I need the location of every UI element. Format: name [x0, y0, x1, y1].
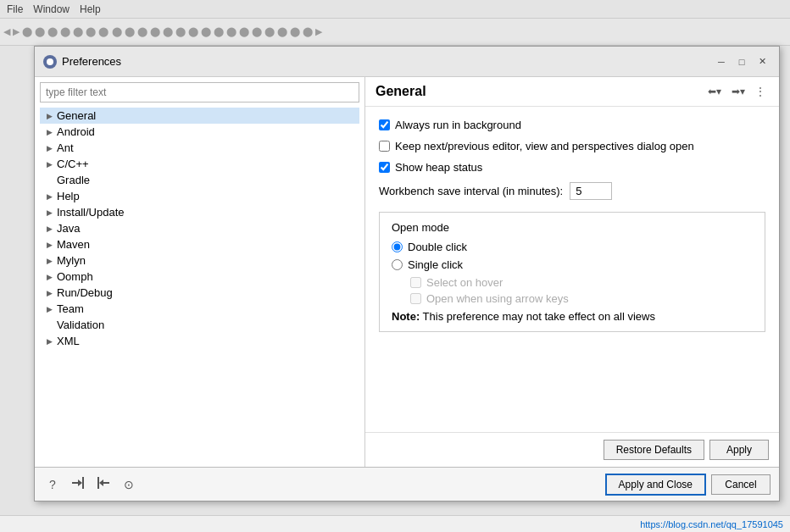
keep-editor-checkbox[interactable]: [379, 141, 390, 152]
import-button[interactable]: [69, 475, 87, 494]
open-arrow-text: Open when using arrow keys: [426, 292, 569, 305]
svg-marker-5: [99, 479, 103, 486]
tree-item-maven[interactable]: ▶ Maven: [40, 236, 359, 252]
single-click-label[interactable]: Single click: [392, 258, 753, 271]
apply-button[interactable]: Apply: [709, 440, 769, 460]
tree-arrow-ant: ▶: [43, 142, 55, 154]
content-nav: ⬅▾ ➡▾ ⋮: [704, 84, 769, 99]
open-arrow-label[interactable]: Open when using arrow keys: [410, 292, 753, 305]
heap-status-label[interactable]: Show heap status: [379, 161, 482, 174]
manage-icon: ⊙: [124, 478, 134, 491]
titlebar-left: Preferences: [43, 55, 121, 69]
tree-item-validation[interactable]: ▶ Validation: [40, 317, 359, 333]
tree-label-oomph: Oomph: [57, 270, 93, 283]
tree-arrow-help: ▶: [43, 191, 55, 202]
always-run-checkbox[interactable]: [379, 119, 390, 130]
nav-forward-button[interactable]: ➡▾: [728, 84, 748, 99]
tree-label-mylyn: Mylyn: [57, 254, 86, 267]
double-click-radio[interactable]: [392, 241, 403, 252]
tree-arrow-android: ▶: [43, 126, 55, 138]
tree-label-help: Help: [57, 190, 80, 202]
nav-back-button[interactable]: ⬅▾: [704, 84, 725, 99]
note-text: Note: This preference may not take effec…: [392, 310, 753, 323]
help-icon-button[interactable]: ?: [43, 475, 62, 494]
bottom-icons: ?: [43, 475, 138, 494]
preferences-dialog: Preferences ─ □ ✕ ▶ General ▶: [34, 46, 780, 502]
dialog-title: Preferences: [62, 55, 121, 68]
tree-item-mylyn[interactable]: ▶ Mylyn: [40, 252, 359, 269]
tree-item-gradle[interactable]: ▶ Gradle: [40, 172, 359, 188]
tree-item-xml[interactable]: ▶ XML: [40, 333, 359, 349]
open-mode-title: Open mode: [392, 221, 753, 234]
nav-menu-button[interactable]: ⋮: [752, 84, 769, 99]
heap-status-row: Show heap status: [379, 161, 765, 174]
tree-item-cpp[interactable]: ▶ C/C++: [40, 156, 359, 172]
tree-label-team: Team: [57, 302, 84, 315]
tree-label-xml: XML: [57, 335, 80, 347]
open-mode-section: Open mode Double click Single click: [379, 212, 765, 332]
workbench-interval-label: Workbench save interval (in minutes):: [379, 185, 563, 197]
keep-editor-row: Keep next/previous editor, view and pers…: [379, 140, 765, 152]
select-hover-text: Select on hover: [426, 276, 503, 289]
tree-label-install: Install/Update: [57, 206, 125, 219]
filter-input[interactable]: [40, 82, 359, 103]
tree-list: ▶ General ▶ Android ▶ Ant ▶ C/C++: [40, 108, 359, 462]
import-icon: [70, 475, 86, 493]
content-footer: Restore Defaults Apply: [365, 432, 779, 467]
tree-arrow-cpp: ▶: [43, 158, 55, 170]
manage-button[interactable]: ⊙: [120, 475, 138, 494]
always-run-text: Always run in background: [395, 119, 521, 131]
tree-item-android[interactable]: ▶ Android: [40, 124, 359, 140]
tree-label-android: Android: [57, 125, 95, 138]
double-click-text: Double click: [408, 241, 467, 253]
status-url: https://blog.csdn.net/qq_17591045: [640, 519, 783, 529]
note-bold: Note:: [392, 310, 420, 323]
tree-item-oomph[interactable]: ▶ Oomph: [40, 269, 359, 285]
tree-item-ant[interactable]: ▶ Ant: [40, 140, 359, 156]
status-bar: https://blog.csdn.net/qq_17591045: [0, 515, 790, 532]
tree-arrow-java: ▶: [43, 223, 55, 235]
select-hover-checkbox[interactable]: [410, 277, 421, 288]
cancel-button[interactable]: Cancel: [711, 474, 771, 495]
bottom-right: Apply and Close Cancel: [605, 474, 771, 496]
dialog-bottom: ?: [35, 467, 779, 501]
always-run-row: Always run in background: [379, 119, 765, 131]
tree-item-team[interactable]: ▶ Team: [40, 301, 359, 317]
minimize-button[interactable]: ─: [713, 53, 730, 70]
workbench-interval-input[interactable]: [570, 182, 612, 200]
always-run-label[interactable]: Always run in background: [379, 119, 521, 131]
tree-label-general: General: [57, 109, 96, 122]
tree-label-ant: Ant: [57, 141, 74, 154]
keep-editor-text: Keep next/previous editor, view and pers…: [395, 140, 694, 152]
export-icon: [96, 475, 111, 493]
open-arrow-checkbox[interactable]: [410, 293, 421, 304]
tree-arrow-general: ▶: [43, 110, 55, 122]
heap-status-text: Show heap status: [395, 161, 482, 174]
export-button[interactable]: [94, 475, 113, 494]
tree-label-cpp: C/C++: [57, 158, 89, 170]
tree-panel: ▶ General ▶ Android ▶ Ant ▶ C/C++: [35, 77, 365, 467]
tree-item-install-update[interactable]: ▶ Install/Update: [40, 204, 359, 220]
tree-item-help[interactable]: ▶ Help: [40, 188, 359, 204]
tree-item-java[interactable]: ▶ Java: [40, 220, 359, 236]
double-click-label[interactable]: Double click: [392, 241, 753, 253]
workbench-interval-row: Workbench save interval (in minutes):: [379, 182, 765, 200]
single-click-radio[interactable]: [392, 259, 403, 270]
select-hover-label[interactable]: Select on hover: [410, 276, 753, 289]
maximize-button[interactable]: □: [733, 53, 750, 70]
tree-arrow-mylyn: ▶: [43, 255, 55, 267]
titlebar-buttons: ─ □ ✕: [713, 53, 771, 70]
tree-label-java: Java: [57, 222, 80, 235]
dialog-overlay: Preferences ─ □ ✕ ▶ General ▶: [0, 0, 790, 532]
tree-label-gradle: Gradle: [57, 174, 90, 186]
tree-item-run-debug[interactable]: ▶ Run/Debug: [40, 285, 359, 301]
content-body: Always run in background Keep next/previ…: [365, 107, 779, 432]
close-button[interactable]: ✕: [754, 53, 771, 70]
apply-and-close-button[interactable]: Apply and Close: [605, 474, 706, 496]
dialog-titlebar: Preferences ─ □ ✕: [35, 47, 779, 77]
tree-label-maven: Maven: [57, 238, 90, 251]
heap-status-checkbox[interactable]: [379, 162, 390, 173]
restore-defaults-button[interactable]: Restore Defaults: [604, 440, 704, 460]
keep-editor-label[interactable]: Keep next/previous editor, view and pers…: [379, 140, 694, 152]
tree-item-general[interactable]: ▶ General: [40, 108, 359, 124]
